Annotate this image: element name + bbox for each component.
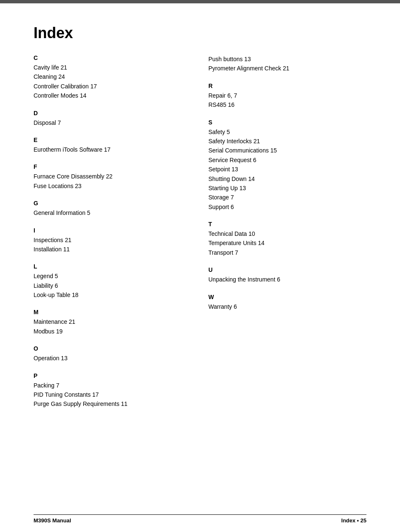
section-entries: Repair 6, 7RS485 16 [208,91,366,110]
index-entry: Transport 7 [208,248,366,257]
section-letter: D [34,110,192,116]
index-entry: Support 6 [208,202,366,212]
index-entry: Storage 7 [208,193,366,202]
index-entry: Technical Data 10 [208,229,366,238]
section-m: MMaintenance 21Modbus 19 [34,309,192,336]
section-entries: Eurotherm iTools Software 17 [34,145,192,154]
section-p_continued: Push buttons 13Pyrometer Alignment Check… [208,54,366,73]
top-bar [0,0,400,3]
section-entries: Legend 5Liability 6Look-up Table 18 [34,271,192,300]
left-column: CCavity life 21Cleaning 24Controller Cal… [34,54,192,418]
section-e: EEurotherm iTools Software 17 [34,137,192,154]
index-entry: Look-up Table 18 [34,290,192,300]
index-entry: Repair 6, 7 [208,91,366,100]
index-entry: Eurotherm iTools Software 17 [34,145,192,154]
section-letter: R [208,83,366,89]
page-title: Index [34,24,366,42]
footer-manual-name: M390S Manual [34,517,71,524]
index-entry: Service Request 6 [208,155,366,165]
section-entries: Push buttons 13Pyrometer Alignment Check… [208,54,366,73]
section-letter: P [34,372,192,379]
section-letter: O [34,345,192,352]
index-entry: Safety 5 [208,127,366,137]
section-entries: Maintenance 21Modbus 19 [34,317,192,336]
section-letter: L [34,263,192,270]
section-letter: G [34,200,192,207]
section-letter: I [34,227,192,234]
section-w: WWarranty 6 [208,294,366,311]
index-entry: Fuse Locations 23 [34,181,192,191]
section-entries: Technical Data 10Temperature Units 14Tra… [208,229,366,257]
index-entry: Serial Communications 15 [208,146,366,155]
section-letter: F [34,163,192,170]
index-entry: Legend 5 [34,271,192,281]
index-entry: Setpoint 13 [208,165,366,174]
section-entries: Cavity life 21Cleaning 24Controller Cali… [34,63,192,101]
section-letter: C [34,54,192,61]
section-t: TTechnical Data 10Temperature Units 14Tr… [208,221,366,257]
index-entry: Modbus 19 [34,327,192,336]
index-entry: Operation 13 [34,354,192,363]
section-entries: Warranty 6 [208,302,366,311]
section-i: IInspections 21Installation 11 [34,227,192,254]
index-entry: Starting Up 13 [208,183,366,193]
index-entry: Controller Modes 14 [34,91,192,100]
index-entry: Disposal 7 [34,118,192,127]
section-s: SSafety 5Safety Interlocks 21Serial Comm… [208,119,366,212]
section-entries: Unpacking the Instrument 6 [208,275,366,284]
section-p: PPacking 7PID Tuning Constants 17Purge G… [34,372,192,409]
index-entry: Installation 11 [34,245,192,254]
index-entry: Liability 6 [34,281,192,290]
section-letter: U [208,266,366,273]
footer: M390S Manual Index • 25 [34,514,366,524]
section-letter: M [34,309,192,315]
index-entry: RS485 16 [208,100,366,109]
section-letter: T [208,221,366,227]
index-entry: Shutting Down 14 [208,174,366,183]
right-column: Push buttons 13Pyrometer Alignment Check… [208,54,366,320]
section-r: RRepair 6, 7RS485 16 [208,83,366,110]
footer-page-number: Index • 25 [341,517,366,524]
section-u: UUnpacking the Instrument 6 [208,266,366,284]
index-entry: Cleaning 24 [34,72,192,81]
index-entry: Purge Gas Supply Requirements 11 [34,399,192,408]
index-entry: Warranty 6 [208,302,366,311]
index-entry: Temperature Units 14 [208,238,366,248]
section-entries: Furnace Core Disassembly 22Fuse Location… [34,172,192,191]
index-entry: Packing 7 [34,381,192,390]
section-g: GGeneral Information 5 [34,200,192,217]
section-entries: Packing 7PID Tuning Constants 17Purge Ga… [34,381,192,409]
section-letter: S [208,119,366,126]
index-entry: Cavity life 21 [34,63,192,72]
index-entry: Unpacking the Instrument 6 [208,275,366,284]
section-f: FFurnace Core Disassembly 22Fuse Locatio… [34,163,192,191]
index-entry: PID Tuning Constants 17 [34,390,192,399]
section-letter: E [34,137,192,143]
section-letter: W [208,294,366,300]
index-entry: Pyrometer Alignment Check 21 [208,64,366,73]
index-entry: Safety Interlocks 21 [208,137,366,146]
section-d: DDisposal 7 [34,110,192,127]
index-entry: Maintenance 21 [34,317,192,326]
index-entry: Inspections 21 [34,235,192,245]
section-entries: Safety 5Safety Interlocks 21Serial Commu… [208,127,366,212]
index-columns: CCavity life 21Cleaning 24Controller Cal… [34,54,366,418]
section-entries: Operation 13 [34,354,192,363]
section-o: OOperation 13 [34,345,192,363]
section-l: LLegend 5Liability 6Look-up Table 18 [34,263,192,300]
section-c: CCavity life 21Cleaning 24Controller Cal… [34,54,192,101]
section-entries: General Information 5 [34,208,192,217]
section-entries: Disposal 7 [34,118,192,127]
section-entries: Inspections 21Installation 11 [34,235,192,254]
index-entry: Push buttons 13 [208,54,366,64]
index-entry: General Information 5 [34,208,192,217]
index-entry: Controller Calibration 17 [34,82,192,91]
index-entry: Furnace Core Disassembly 22 [34,172,192,181]
